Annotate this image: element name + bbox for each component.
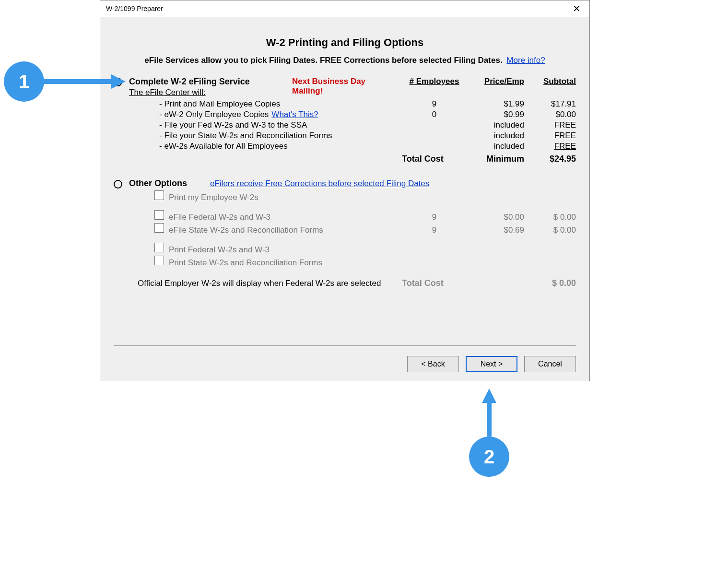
next-business-day-line2: Mailing! — [292, 86, 378, 96]
line-item-desc: Print and Mail Employee Copies — [162, 99, 402, 109]
checkbox-other-option[interactable] — [154, 223, 164, 233]
other-line-item: eFile Federal W-2s and W-39$0.00$ 0.00 — [154, 210, 576, 222]
complete-line-item: Print and Mail Employee Copies9$1.99$17.… — [154, 99, 576, 109]
other-line-item: Print Federal W-2s and W-3 — [154, 243, 576, 255]
page-title: W-2 Printing and Filing Options — [114, 36, 576, 49]
page-subtitle: eFile Services allow you to pick Filing … — [114, 56, 576, 65]
callout-circle-1: 1 — [4, 61, 44, 102]
line-item-employees: 9 — [402, 225, 467, 235]
line-item-desc: File your Fed W-2s and W-3 to the SSA — [162, 120, 402, 130]
complete-line-item: File your Fed W-2s and W-3 to the SSAinc… — [154, 120, 576, 130]
complete-line-item: File your State W-2s and Reconciliation … — [154, 131, 576, 141]
line-item-employees: 9 — [402, 213, 467, 222]
dialog-client-area: W-2 Printing and Filing Options eFile Se… — [100, 17, 589, 381]
line-item-desc: eFile State W-2s and Reconciliation Form… — [169, 225, 402, 235]
line-item-desc: eFile Federal W-2s and W-3 — [169, 213, 402, 222]
line-item-employees: 9 — [402, 99, 467, 109]
minimum-label: Minimum — [467, 154, 528, 164]
line-item-desc: Print State W-2s and Reconciliation Form… — [169, 258, 402, 268]
line-item-price: $0.00 — [467, 213, 528, 222]
annotation-callout-2: 2 — [469, 389, 509, 477]
spacer — [154, 236, 576, 243]
checkbox-other-option[interactable] — [154, 256, 164, 265]
radio-other-options[interactable] — [114, 180, 122, 189]
cancel-button[interactable]: Cancel — [524, 356, 576, 372]
titlebar: W-2/1099 Preparer ✕ — [100, 0, 589, 17]
header-num-employees: # Employees — [402, 77, 467, 86]
svg-marker-1 — [111, 74, 126, 89]
arrow-right-icon — [44, 72, 126, 91]
other-total-row: Total Cost $ 0.00 — [381, 278, 576, 288]
line-item-price: included — [467, 120, 528, 130]
options-content: Complete W-2 eFiling Service The eFile C… — [114, 77, 576, 288]
other-minimum-empty — [467, 278, 528, 288]
more-info-link[interactable]: More info? — [506, 56, 545, 65]
window-title: W-2/1099 Preparer — [106, 5, 163, 12]
line-item-subtotal: $ 0.00 — [528, 213, 576, 222]
other-line-item: Print my Employee W-2s — [154, 190, 576, 202]
back-button[interactable]: < Back — [407, 356, 459, 372]
total-cost-label: Total Cost — [402, 154, 467, 164]
line-item-price: $0.99 — [467, 110, 528, 119]
other-line-item: eFile State W-2s and Reconciliation Form… — [154, 223, 576, 235]
line-item-price: $1.99 — [467, 99, 528, 109]
spacer — [154, 203, 576, 210]
complete-total-row: Total Cost Minimum $24.95 — [114, 154, 576, 164]
line-item-desc: Print my Employee W-2s — [169, 193, 402, 202]
line-item-desc: eW-2s Available for All Employees — [162, 142, 402, 151]
annotation-callout-1: 1 — [4, 61, 126, 102]
dialog-window: W-2/1099 Preparer ✕ W-2 Printing and Fil… — [100, 0, 590, 381]
next-button[interactable]: Next > — [466, 356, 517, 372]
column-headers: # Employees Price/Emp Subtotal — [402, 77, 576, 86]
line-item-subtotal: $ 0.00 — [528, 225, 576, 235]
total-amount: $24.95 — [528, 154, 576, 164]
official-employer-note: Official Employer W-2s will display when… — [138, 279, 381, 288]
other-line-item: Print State W-2s and Reconciliation Form… — [154, 256, 576, 268]
other-total-amount: $ 0.00 — [528, 278, 576, 288]
complete-line-item: eW-2 Only Employee CopiesWhat's This?0$0… — [154, 110, 576, 119]
line-item-price: $0.69 — [467, 225, 528, 235]
line-item-subtotal: FREE — [528, 142, 576, 151]
option-complete-label: Complete W-2 eFiling Service — [129, 77, 292, 87]
option-other-label: Other Options — [129, 178, 187, 189]
line-item-employees: 0 — [402, 110, 467, 119]
other-line-items: Print my Employee W-2seFile Federal W-2s… — [154, 190, 576, 268]
arrow-up-icon — [480, 389, 499, 437]
checkbox-other-option[interactable] — [154, 190, 164, 200]
complete-line-items: Print and Mail Employee Copies9$1.99$17.… — [154, 99, 576, 151]
button-row: < Back Next > Cancel — [407, 356, 576, 372]
whats-this-link[interactable]: What's This? — [271, 110, 318, 119]
subtitle-text: eFile Services allow you to pick Filing … — [144, 56, 502, 65]
line-item-subtotal: $0.00 — [528, 110, 576, 119]
line-item-subtotal: FREE — [528, 120, 576, 130]
option-other-section: Other Options eFilers receive Free Corre… — [114, 178, 576, 288]
divider — [114, 345, 576, 346]
checkbox-other-option[interactable] — [154, 243, 164, 252]
line-item-price: included — [467, 131, 528, 141]
efilers-free-corrections-link[interactable]: eFilers receive Free Corrections before … — [210, 179, 429, 189]
line-item-desc: File your State W-2s and Reconciliation … — [162, 131, 402, 141]
efile-center-will-label: The eFile Center will: — [129, 88, 292, 97]
checkbox-other-option[interactable] — [154, 210, 164, 220]
other-total-cost-label: Total Cost — [402, 278, 467, 288]
option-other-row: Other Options eFilers receive Free Corre… — [114, 178, 576, 189]
option-complete-row: Complete W-2 eFiling Service The eFile C… — [114, 77, 576, 97]
close-icon[interactable]: ✕ — [570, 3, 584, 14]
svg-marker-2 — [482, 389, 496, 403]
line-item-subtotal: FREE — [528, 131, 576, 141]
next-business-day-line1: Next Business Day — [292, 77, 378, 86]
line-item-desc: Print Federal W-2s and W-3 — [169, 245, 402, 255]
header-subtotal: Subtotal — [528, 77, 576, 86]
line-item-desc: eW-2 Only Employee CopiesWhat's This? — [162, 110, 402, 119]
callout-circle-2: 2 — [469, 437, 509, 477]
header-price-emp: Price/Emp — [467, 77, 528, 86]
line-item-price: included — [467, 142, 528, 151]
line-item-subtotal: $17.91 — [528, 99, 576, 109]
complete-line-item: eW-2s Available for All Employeesinclude… — [154, 142, 576, 151]
